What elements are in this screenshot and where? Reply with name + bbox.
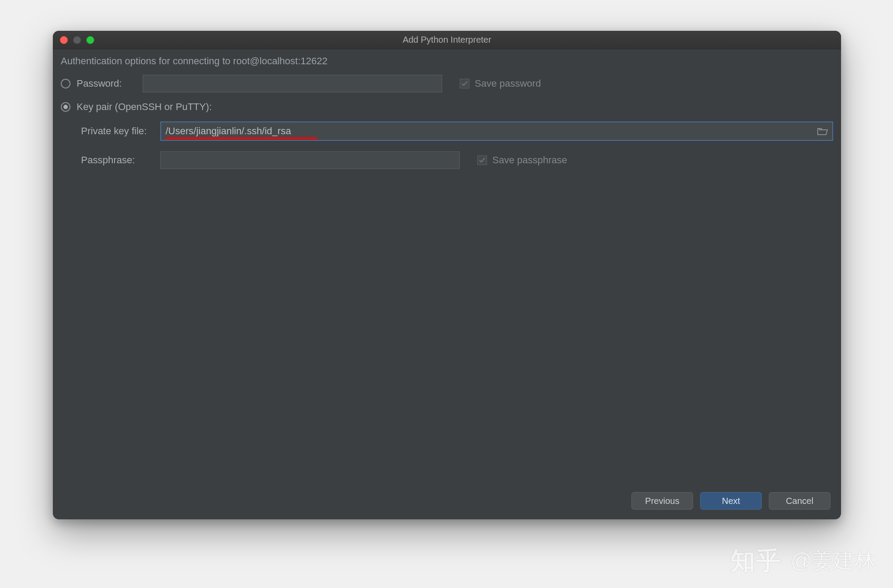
password-label: Password: — [77, 78, 143, 89]
password-radio[interactable] — [61, 79, 70, 88]
save-passphrase-wrap: Save passphrase — [477, 154, 567, 166]
watermark-author: @姜建林 — [790, 547, 875, 575]
next-button[interactable]: Next — [700, 492, 762, 510]
passphrase-row: Passphrase: Save passphrase — [81, 151, 833, 169]
private-key-label: Private key file: — [81, 125, 160, 137]
cancel-button[interactable]: Cancel — [769, 492, 830, 510]
dialog-content: Authentication options for connecting to… — [53, 49, 841, 169]
folder-open-icon[interactable] — [817, 127, 828, 135]
save-password-checkbox[interactable] — [460, 79, 469, 88]
titlebar: Add Python Interpreter — [53, 31, 841, 49]
close-icon[interactable] — [60, 36, 68, 44]
minimize-icon[interactable] — [73, 36, 81, 44]
watermark: 知乎 @姜建林 — [731, 547, 875, 575]
save-passphrase-label: Save passphrase — [492, 154, 567, 166]
keypair-row: Key pair (OpenSSH or PuTTY): — [61, 101, 833, 113]
traffic-lights — [60, 36, 94, 44]
save-passphrase-checkbox[interactable] — [477, 155, 487, 165]
private-key-row: Private key file: /Users/jiangjianlin/.s… — [81, 121, 833, 141]
passphrase-label: Passphrase: — [81, 154, 143, 166]
private-key-input[interactable]: /Users/jiangjianlin/.ssh/id_rsa — [160, 121, 833, 141]
zhihu-logo-icon: 知乎 — [731, 548, 782, 573]
maximize-icon[interactable] — [86, 36, 94, 44]
password-input[interactable] — [143, 75, 442, 92]
private-key-value: /Users/jiangjianlin/.ssh/id_rsa — [166, 125, 813, 137]
auth-subtitle: Authentication options for connecting to… — [61, 55, 833, 67]
window-title: Add Python Interpreter — [53, 35, 841, 45]
keypair-radio[interactable] — [61, 102, 70, 112]
previous-button[interactable]: Previous — [631, 492, 693, 510]
button-bar: Previous Next Cancel — [631, 492, 830, 510]
save-password-wrap: Save password — [460, 78, 541, 89]
red-underline — [166, 137, 317, 139]
dialog-window: Add Python Interpreter Authentication op… — [53, 31, 841, 519]
passphrase-input[interactable] — [160, 151, 460, 169]
password-row: Password: Save password — [61, 75, 833, 92]
keypair-label: Key pair (OpenSSH or PuTTY): — [77, 101, 212, 113]
save-password-label: Save password — [475, 78, 541, 89]
